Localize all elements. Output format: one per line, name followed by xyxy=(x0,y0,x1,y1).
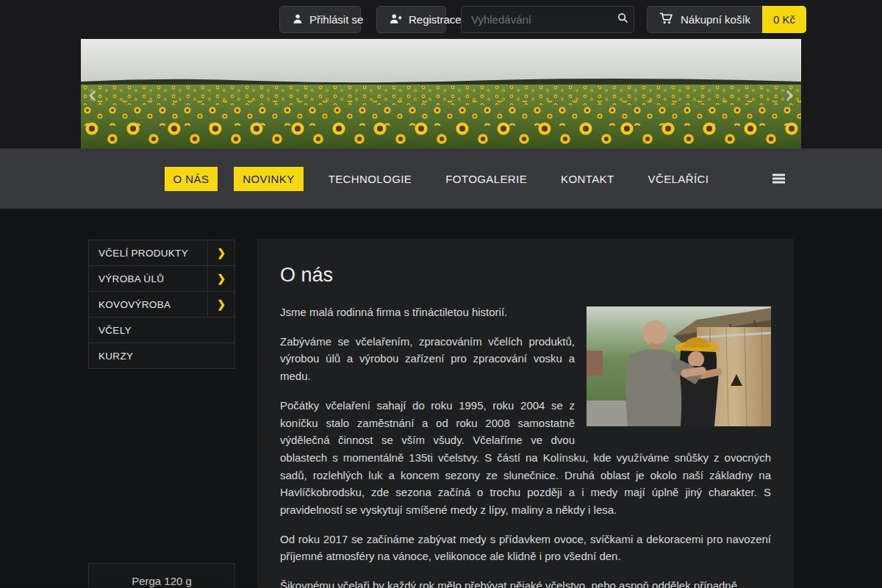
cart-label: Nákupní košík xyxy=(681,13,750,26)
nav-item-technologie[interactable]: TECHNOLOGIE xyxy=(320,167,421,191)
sidebar-item-vyroba-ulu[interactable]: VÝROBA ÚLŮ ❯ xyxy=(89,266,234,292)
user-plus-icon xyxy=(390,13,402,26)
user-icon xyxy=(293,13,303,26)
about-content-panel: O nás xyxy=(257,239,794,588)
search-box xyxy=(461,6,634,33)
topbar: Přihlásit se Registrace Nákupní košík 0 … xyxy=(0,0,882,39)
main-navigation: O NÁS NOVINKY TECHNOLOGIE FOTOGALERIE KO… xyxy=(0,148,882,209)
nav-item-vcelarici[interactable]: VČELAŘÍCI xyxy=(639,167,718,191)
cart-total-value: 0 Kč xyxy=(773,13,795,26)
nav-item-kontakt[interactable]: KONTAKT xyxy=(552,167,623,191)
cart-button[interactable]: Nákupní košík 0 Kč xyxy=(647,6,806,33)
sidebar-item-kurzy[interactable]: KURZY xyxy=(89,343,234,369)
chevron-right-icon: ❯ xyxy=(207,266,234,291)
hamburger-icon[interactable] xyxy=(772,173,785,185)
login-button[interactable]: Přihlásit se xyxy=(279,6,361,33)
about-paragraph: Šikovnému včelaři by každý rok mělo přeb… xyxy=(280,577,771,588)
search-icon[interactable] xyxy=(617,12,628,26)
beekeepers-photo xyxy=(587,306,771,426)
header: Přihlásit se Registrace Nákupní košík 0 … xyxy=(0,0,882,148)
sidebar-item-label: VČELY xyxy=(89,318,234,343)
cart-total-badge: 0 Kč xyxy=(762,6,806,33)
cart-main: Nákupní košík xyxy=(647,6,762,33)
sidebar-item-label: VÝROBA ÚLŮ xyxy=(89,266,207,291)
category-sidebar: VČELÍ PRODUKTY ❯ VÝROBA ÚLŮ ❯ KOVOVÝROBA… xyxy=(88,240,235,369)
shopping-cart-icon xyxy=(659,12,673,26)
page-body: VČELÍ PRODUKTY ❯ VÝROBA ÚLŮ ❯ KOVOVÝROBA… xyxy=(0,209,882,588)
nav-item-fotogalerie[interactable]: FOTOGALERIE xyxy=(437,167,536,191)
sidebar-product-partial[interactable]: Perga 120 g xyxy=(88,563,235,588)
sidebar-product-label: Perga 120 g xyxy=(132,575,192,587)
register-label: Registrace xyxy=(409,13,462,26)
search-input[interactable] xyxy=(471,13,617,26)
page-title: O nás xyxy=(280,264,771,287)
sidebar-item-label: KURZY xyxy=(89,343,234,368)
sidebar-item-label: VČELÍ PRODUKTY xyxy=(89,240,207,265)
chevron-right-icon: ❯ xyxy=(207,292,234,317)
carousel-next-arrow[interactable]: › xyxy=(780,82,799,107)
carousel-prev-arrow[interactable]: ‹ xyxy=(83,82,102,107)
sidebar-item-vcely[interactable]: VČELY xyxy=(89,318,234,343)
chevron-right-icon: ❯ xyxy=(207,240,234,265)
nav-item-novinky[interactable]: NOVINKY xyxy=(234,167,303,191)
nav-item-o-nas[interactable]: O NÁS xyxy=(165,167,218,191)
sidebar-item-vceli-produkty[interactable]: VČELÍ PRODUKTY ❯ xyxy=(89,240,234,266)
hero-carousel: ‹ › xyxy=(0,39,882,148)
register-button[interactable]: Registrace xyxy=(376,6,446,33)
about-paragraph: Od roku 2017 se začínáme zabývat medy s … xyxy=(280,531,771,565)
login-label: Přihlásit se xyxy=(309,13,363,26)
sidebar-item-label: KOVOVÝROBA xyxy=(89,292,207,317)
sidebar-item-kovovyroba[interactable]: KOVOVÝROBA ❯ xyxy=(89,292,234,318)
sunflower-field-image xyxy=(81,39,801,148)
